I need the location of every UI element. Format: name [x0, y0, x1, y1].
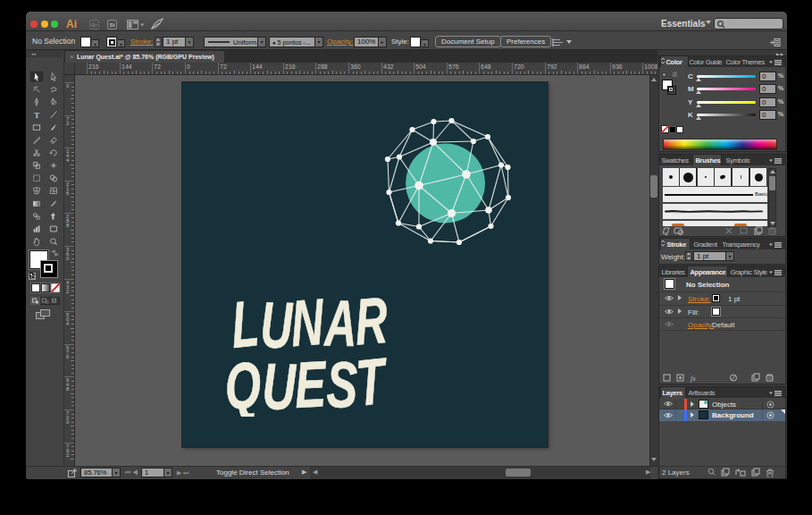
svg-text:QUEST: QUEST	[225, 344, 390, 417]
svg-text:fx: fx	[691, 375, 696, 383]
svg-text:T: T	[34, 111, 39, 120]
